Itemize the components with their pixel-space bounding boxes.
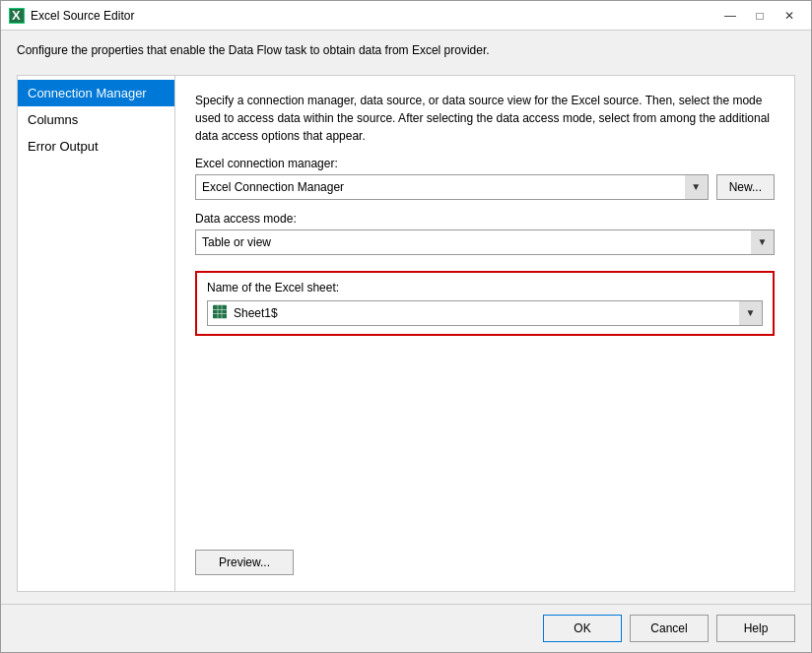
title-controls: — □ ✕ <box>716 6 803 26</box>
main-area: Connection Manager Columns Error Output … <box>17 75 795 592</box>
excel-sheet-select[interactable]: Sheet1$ <box>207 300 763 326</box>
data-access-group: Data access mode: Table or view ▼ <box>195 212 775 255</box>
sidebar-item-columns[interactable]: Columns <box>18 106 174 133</box>
ok-button[interactable]: OK <box>543 615 622 642</box>
excel-connection-select-wrapper: Excel Connection Manager ▼ <box>195 174 709 200</box>
data-access-label: Data access mode: <box>195 212 775 226</box>
close-button[interactable]: ✕ <box>776 6 803 26</box>
maximize-button[interactable]: □ <box>746 6 774 26</box>
title-bar-left: X Excel Source Editor <box>9 8 134 24</box>
sheet-select-wrapper: Sheet1$ ▼ <box>207 300 763 326</box>
data-access-select-wrapper: Table or view ▼ <box>195 229 775 255</box>
main-window: X Excel Source Editor — □ ✕ Configure th… <box>0 0 812 653</box>
sidebar-item-error-output[interactable]: Error Output <box>18 133 174 160</box>
svg-text:X: X <box>12 9 21 23</box>
data-access-select[interactable]: Table or view <box>195 229 775 255</box>
excel-sheet-box: Name of the Excel sheet: <box>195 271 775 336</box>
window-content: Configure the properties that enable the… <box>1 31 811 604</box>
help-button[interactable]: Help <box>716 615 795 642</box>
top-description: Configure the properties that enable the… <box>17 42 795 59</box>
excel-connection-row: Excel Connection Manager ▼ New... <box>195 174 775 200</box>
title-bar: X Excel Source Editor — □ ✕ <box>1 1 811 31</box>
sidebar-item-connection-manager[interactable]: Connection Manager <box>18 80 174 106</box>
excel-connection-select[interactable]: Excel Connection Manager <box>195 174 709 200</box>
bottom-bar: OK Cancel Help <box>1 604 811 652</box>
excel-connection-label: Excel connection manager: <box>195 157 775 170</box>
content-area: Specify a connection manager, data sourc… <box>175 76 794 591</box>
excel-sheet-label: Name of the Excel sheet: <box>207 281 763 294</box>
preview-row: Preview... <box>195 550 775 575</box>
minimize-button[interactable]: — <box>716 6 744 26</box>
new-button[interactable]: New... <box>716 174 775 200</box>
window-icon: X <box>9 8 25 24</box>
excel-connection-group: Excel connection manager: Excel Connecti… <box>195 157 775 200</box>
sidebar: Connection Manager Columns Error Output <box>18 76 175 591</box>
spacer <box>195 348 775 530</box>
preview-button[interactable]: Preview... <box>195 550 294 575</box>
cancel-button[interactable]: Cancel <box>630 615 709 642</box>
content-description: Specify a connection manager, data sourc… <box>195 92 775 145</box>
window-title: Excel Source Editor <box>31 9 134 23</box>
